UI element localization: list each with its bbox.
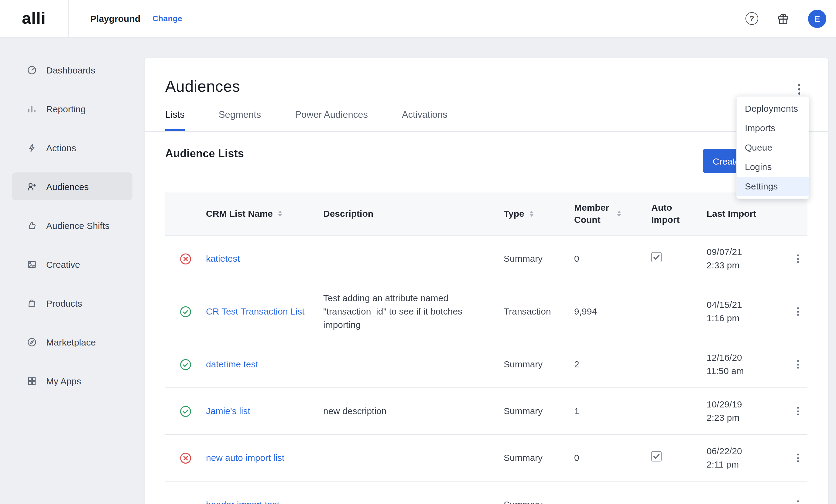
lightning-icon — [27, 142, 37, 153]
sidebar-item-audiences[interactable]: Audiences — [12, 172, 132, 200]
compass-icon — [27, 337, 37, 347]
sidebar-item-marketplace[interactable]: Marketplace — [12, 328, 132, 356]
member-count-cell: 2 — [574, 358, 651, 371]
type-cell: Summary — [504, 252, 574, 265]
list-name-link[interactable]: header import test — [206, 498, 280, 504]
sort-icon — [530, 211, 533, 217]
table-header-row: CRM List Name Description Type Member Co… — [165, 193, 808, 236]
sidebar: Dashboards Reporting Actions Audiences A… — [0, 38, 145, 504]
type-cell: Summary — [504, 404, 574, 418]
user-avatar[interactable]: E — [808, 9, 826, 27]
tab-lists[interactable]: Lists — [165, 109, 185, 131]
name-cell: Jamie's list — [206, 404, 323, 418]
tab-segments[interactable]: Segments — [219, 109, 261, 131]
last-import-cell: 12/16/20 11:50 am — [707, 351, 788, 378]
last-import-cell: 06/22/20 2:11 pm — [707, 445, 788, 471]
sidebar-item-audience-shifts[interactable]: Audience Shifts — [12, 211, 132, 239]
auto-import-checkbox[interactable] — [651, 451, 662, 462]
row-kebab-menu-icon[interactable] — [794, 450, 802, 465]
last-import-cell: 04/15/21 1:16 pm — [707, 298, 788, 325]
description-cell: Test adding an attribute named "transact… — [323, 291, 504, 332]
people-icon — [27, 181, 37, 192]
last-import-cell: 09/07/21 2:33 pm — [707, 245, 788, 272]
help-icon[interactable]: ? — [745, 12, 758, 25]
workspace-name: Playground — [90, 13, 140, 24]
menu-item-settings[interactable]: Settings — [737, 177, 809, 196]
menu-item-queue[interactable]: Queue — [737, 138, 809, 157]
sidebar-item-actions[interactable]: Actions — [12, 134, 132, 161]
bar-chart-icon — [27, 103, 37, 114]
type-cell: Summary — [504, 498, 574, 504]
gift-icon[interactable] — [777, 12, 790, 25]
list-name-link[interactable]: Jamie's list — [206, 404, 250, 418]
type-cell: Transaction — [504, 305, 574, 318]
image-icon — [27, 259, 37, 269]
topbar-actions: ? E — [745, 9, 836, 27]
row-kebab-menu-icon[interactable] — [794, 304, 802, 319]
tab-power-audiences[interactable]: Power Audiences — [295, 109, 368, 131]
name-cell: katietest — [206, 252, 323, 265]
sidebar-item-reporting[interactable]: Reporting — [12, 95, 132, 123]
sidebar-item-creative[interactable]: Creative — [12, 250, 132, 278]
dashboard-icon — [27, 65, 37, 75]
menu-item-deployments[interactable]: Deployments — [737, 99, 809, 118]
grid-icon — [27, 375, 37, 386]
menu-item-imports[interactable]: Imports — [737, 118, 809, 138]
table-row: new auto import list Summary 0 06/22/20 … — [165, 435, 808, 482]
last-import-cell: 10/29/19 2:23 pm — [707, 398, 788, 424]
page-title: Audiences — [165, 75, 808, 97]
row-status-cell — [165, 358, 206, 371]
sidebar-item-label: Reporting — [46, 103, 86, 114]
sidebar-item-label: Dashboards — [46, 65, 95, 75]
context-menu: Deployments Imports Queue Logins Setting… — [736, 96, 809, 199]
table-row: Jamie's list new description Summary 1 1… — [165, 388, 808, 435]
column-header-description: Description — [323, 208, 504, 220]
row-kebab-menu-icon[interactable] — [794, 404, 802, 419]
member-count-cell: -- — [574, 498, 651, 504]
column-header-last-import: Last Import — [707, 208, 788, 220]
success-status-icon — [179, 405, 192, 418]
table-row: header import test Summary -- -- — [165, 482, 808, 504]
sort-icon — [278, 211, 282, 217]
sidebar-item-products[interactable]: Products — [12, 289, 132, 317]
row-kebab-menu-icon[interactable] — [794, 497, 802, 504]
column-header-type[interactable]: Type — [504, 208, 574, 220]
sidebar-item-label: Products — [46, 298, 82, 308]
name-cell: CR Test Transaction List — [206, 305, 323, 318]
sidebar-item-my-apps[interactable]: My Apps — [12, 367, 132, 395]
sidebar-item-label: My Apps — [46, 375, 81, 386]
change-workspace-link[interactable]: Change — [152, 14, 182, 23]
type-cell: Summary — [504, 358, 574, 371]
table-row: CR Test Transaction List Test adding an … — [165, 283, 808, 341]
row-kebab-menu-icon[interactable] — [794, 357, 802, 372]
sidebar-item-label: Audiences — [46, 181, 89, 192]
error-status-icon — [179, 451, 192, 464]
thumbs-up-icon — [27, 220, 37, 230]
member-count-cell: 0 — [574, 451, 651, 465]
sort-icon — [617, 211, 621, 217]
list-name-link[interactable]: katietest — [206, 252, 240, 265]
page-kebab-menu-icon[interactable] — [794, 80, 804, 98]
column-header-member-count[interactable]: Member Count — [574, 201, 651, 226]
member-count-cell: 1 — [574, 404, 651, 418]
last-import-cell: -- — [707, 498, 788, 504]
row-status-cell — [165, 305, 206, 318]
column-header-crm-list-name[interactable]: CRM List Name — [206, 208, 323, 220]
sidebar-item-label: Audience Shifts — [46, 220, 109, 230]
auto-import-checkbox[interactable] — [651, 252, 662, 262]
column-header-auto-import: Auto Import — [651, 201, 707, 226]
list-name-link[interactable]: datetime test — [206, 358, 258, 371]
alli-logo[interactable]: alli — [22, 9, 46, 28]
tab-activations[interactable]: Activations — [402, 109, 448, 131]
tabs: Lists Segments Power Audiences Activatio… — [145, 109, 828, 132]
row-kebab-menu-icon[interactable] — [794, 251, 802, 266]
list-name-link[interactable]: new auto import list — [206, 451, 284, 465]
sidebar-item-label: Marketplace — [46, 337, 96, 347]
list-name-link[interactable]: CR Test Transaction List — [206, 305, 305, 318]
menu-item-logins[interactable]: Logins — [737, 157, 809, 177]
sidebar-item-dashboards[interactable]: Dashboards — [12, 56, 132, 84]
auto-import-cell — [651, 451, 707, 465]
sidebar-item-label: Creative — [46, 259, 80, 269]
shopping-bag-icon — [27, 298, 37, 308]
row-status-cell — [165, 252, 206, 265]
